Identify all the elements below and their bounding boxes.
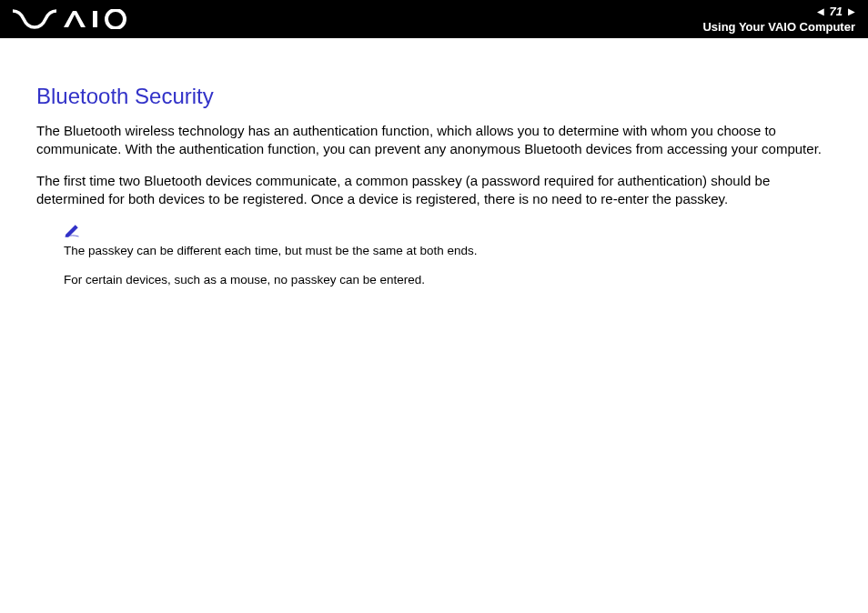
note-1: The passkey can be different each time, …	[64, 243, 832, 259]
header-bar: ◀ 71 ▶ Using Your VAIO Computer	[0, 0, 868, 38]
note-icon	[64, 225, 832, 241]
content-area: Bluetooth Security The Bluetooth wireles…	[0, 38, 868, 318]
page-nav: ◀ 71 ▶	[817, 5, 855, 18]
vaio-logo-svg	[13, 9, 140, 29]
page-number: 71	[830, 5, 843, 18]
paragraph-1: The Bluetooth wireless technology has an…	[36, 122, 832, 159]
paragraph-2: The first time two Bluetooth devices com…	[36, 172, 832, 209]
prev-page-arrow-icon[interactable]: ◀	[817, 6, 824, 16]
vaio-logo	[13, 9, 140, 29]
svg-point-1	[106, 10, 125, 28]
note-2: For certain devices, such as a mouse, no…	[64, 272, 832, 288]
next-page-arrow-icon[interactable]: ▶	[848, 6, 855, 16]
section-title: Bluetooth Security	[36, 84, 832, 109]
svg-rect-0	[93, 11, 97, 27]
header-title: Using Your VAIO Computer	[702, 20, 855, 34]
header-right: ◀ 71 ▶ Using Your VAIO Computer	[702, 5, 855, 34]
notes-section: The passkey can be different each time, …	[36, 225, 832, 287]
